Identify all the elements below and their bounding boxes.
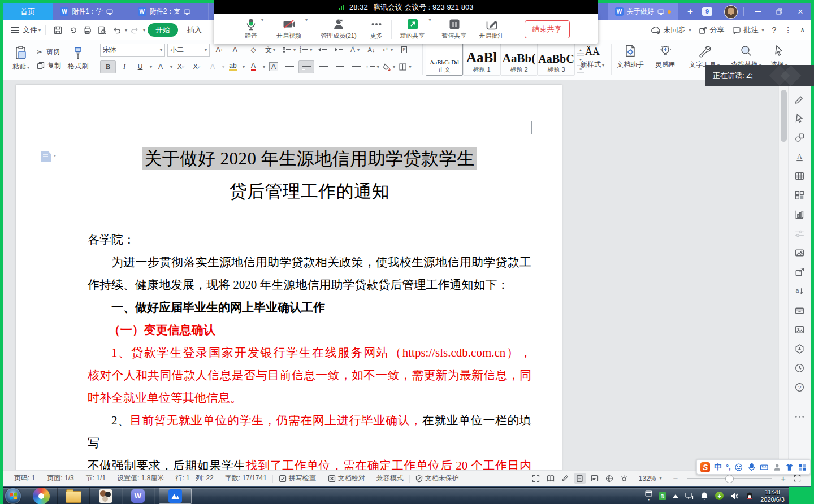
- web-view-button[interactable]: [604, 473, 615, 484]
- material-box-icon[interactable]: [794, 305, 806, 316]
- highlight-button[interactable]: ab: [226, 61, 240, 73]
- formatting-marks-button[interactable]: ↵▾: [380, 44, 395, 56]
- status-page[interactable]: 页面: 1/3: [41, 473, 79, 483]
- bullet-list-button[interactable]: ▾: [282, 44, 297, 56]
- skin-icon[interactable]: [785, 463, 794, 472]
- zoom-slider[interactable]: [687, 478, 772, 479]
- underline-button[interactable]: U: [133, 61, 148, 73]
- tab-attachment2[interactable]: W 附件2：支: [131, 3, 209, 20]
- screenshot-icon[interactable]: [794, 247, 806, 259]
- status-line[interactable]: 行: 1: [170, 473, 195, 483]
- help-icon[interactable]: ?: [794, 381, 806, 393]
- sync-status-button[interactable]: 未同步▾: [651, 25, 691, 35]
- mic-options-chevron[interactable]: ▾: [261, 18, 263, 23]
- style-heading2[interactable]: AaBb( 标题 2: [500, 43, 538, 76]
- fullscreen-view-button[interactable]: [530, 473, 542, 484]
- zoom-level[interactable]: 132%▾: [633, 475, 668, 483]
- paste-button[interactable]: 粘贴▾: [8, 42, 33, 76]
- sort-button[interactable]: A↓: [364, 44, 379, 56]
- underline-dropdown[interactable]: ▾: [150, 64, 152, 69]
- distribute-button[interactable]: [349, 61, 363, 73]
- shrink-font-button[interactable]: A−: [229, 44, 244, 56]
- more-commands-chevron[interactable]: ▾: [143, 28, 145, 33]
- sogou-logo-icon[interactable]: S: [700, 462, 710, 472]
- manage-members-button[interactable]: 管理成员(21): [317, 18, 361, 40]
- chart-icon[interactable]: [794, 208, 806, 220]
- restore-button[interactable]: [771, 3, 787, 20]
- outline-view-button[interactable]: [589, 473, 600, 484]
- print-button[interactable]: [80, 23, 94, 37]
- collapse-ribbon-button[interactable]: ∧: [800, 26, 805, 34]
- font-color-dropdown[interactable]: ▾: [263, 64, 265, 69]
- cut-button[interactable]: ✂剪切: [37, 47, 61, 57]
- doc-assistant-button[interactable]: 文档助手: [617, 43, 644, 69]
- download-center-icon[interactable]: [794, 343, 806, 355]
- history-icon[interactable]: [794, 362, 806, 374]
- shapes-icon[interactable]: [794, 132, 806, 144]
- style-heading3[interactable]: AaBbC 标题 3: [538, 43, 575, 76]
- more-dots-icon[interactable]: [794, 411, 806, 423]
- minimize-button[interactable]: [750, 3, 765, 20]
- superscript-button[interactable]: X2: [174, 61, 188, 73]
- document-page[interactable]: 关于做好 2020 年生源地信用助学贷款学生 贷后管理工作的通知 各学院：为进一…: [16, 85, 562, 470]
- translate-icon[interactable]: a: [794, 285, 806, 297]
- share-button[interactable]: 分享: [699, 25, 724, 35]
- tab-attachment1[interactable]: W 附件1：学: [53, 3, 131, 20]
- video-options-chevron[interactable]: ▾: [305, 18, 308, 23]
- format-painter-button[interactable]: 格式刷: [64, 42, 92, 76]
- undo-button[interactable]: [109, 23, 124, 37]
- picture-icon[interactable]: [794, 324, 806, 336]
- decrease-indent-button[interactable]: [315, 44, 330, 56]
- user-avatar[interactable]: [724, 5, 738, 19]
- network-tray-icon[interactable]: [685, 492, 694, 501]
- pause-share-button[interactable]: 暂停共享: [438, 18, 471, 40]
- mute-button[interactable]: 静音: [241, 18, 261, 40]
- select-cursor-icon[interactable]: [794, 112, 806, 124]
- line-spacing-button[interactable]: ↕▾: [365, 61, 380, 73]
- annotate-button[interactable]: 开启批注: [475, 18, 508, 40]
- scrollbar-thumb[interactable]: [781, 90, 787, 142]
- close-button[interactable]: ×: [793, 3, 808, 20]
- italic-button[interactable]: I: [117, 61, 132, 73]
- wordart-icon[interactable]: A: [794, 151, 806, 163]
- change-case-button[interactable]: Ä▾: [348, 44, 362, 56]
- share-options-chevron[interactable]: ▾: [429, 18, 431, 23]
- text-direction-button[interactable]: F: [397, 44, 412, 56]
- taskbar-tencent-meeting[interactable]: [159, 488, 192, 504]
- align-right-button[interactable]: [316, 61, 331, 73]
- compat-mode-label[interactable]: 兼容模式: [371, 473, 409, 483]
- strikethrough-dropdown[interactable]: ▾: [170, 64, 172, 69]
- security-tray-icon[interactable]: +: [715, 492, 724, 500]
- taskbar-wps[interactable]: W: [122, 488, 154, 504]
- taskbar-browser[interactable]: [25, 488, 58, 504]
- font-color-button[interactable]: A: [246, 61, 261, 73]
- start-video-button[interactable]: 开启视频: [272, 18, 305, 40]
- menu-icon[interactable]: [11, 27, 19, 33]
- style-normal[interactable]: AaBbCcDd 正文: [426, 43, 463, 76]
- punctuation-icon[interactable]: °,: [726, 463, 730, 471]
- export-button[interactable]: [65, 23, 80, 37]
- ribbon-tab-start[interactable]: 开始: [148, 23, 178, 37]
- status-page-number[interactable]: 页码: 1: [8, 473, 41, 483]
- pen-icon[interactable]: [794, 93, 806, 105]
- chinese-mode-icon[interactable]: 中: [714, 462, 722, 472]
- numbered-list-button[interactable]: 123▾: [298, 44, 313, 56]
- page-view-button[interactable]: [574, 473, 586, 484]
- ribbon-tab-insert[interactable]: 插入: [183, 25, 206, 35]
- comment-button[interactable]: 批注▾: [732, 25, 764, 35]
- status-setting[interactable]: 设置值: 1.8厘米: [111, 473, 170, 483]
- document-body[interactable]: 关于做好 2020 年生源地信用助学贷款学生 贷后管理工作的通知 各学院：为进一…: [88, 85, 531, 470]
- navigation-pane-button[interactable]: ▾: [41, 151, 56, 162]
- taskbar-photos-app[interactable]: [90, 488, 122, 504]
- usb-tray-icon[interactable]: ⇅: [659, 492, 666, 500]
- tab-home[interactable]: 首页: [3, 3, 53, 20]
- share-icon[interactable]: [794, 266, 806, 278]
- document-canvas[interactable]: 关于做好 2020 年生源地信用助学贷款学生 贷后管理工作的通知 各学院：为进一…: [3, 80, 778, 470]
- doc-protect-button[interactable]: 文档未保护: [410, 473, 465, 483]
- voice-input-icon[interactable]: [747, 463, 756, 472]
- emoji-icon[interactable]: [734, 463, 743, 472]
- file-menu[interactable]: 文件: [23, 25, 37, 35]
- redo-button[interactable]: [127, 23, 142, 37]
- save-button[interactable]: [50, 23, 65, 37]
- soft-keyboard-icon[interactable]: [760, 463, 768, 472]
